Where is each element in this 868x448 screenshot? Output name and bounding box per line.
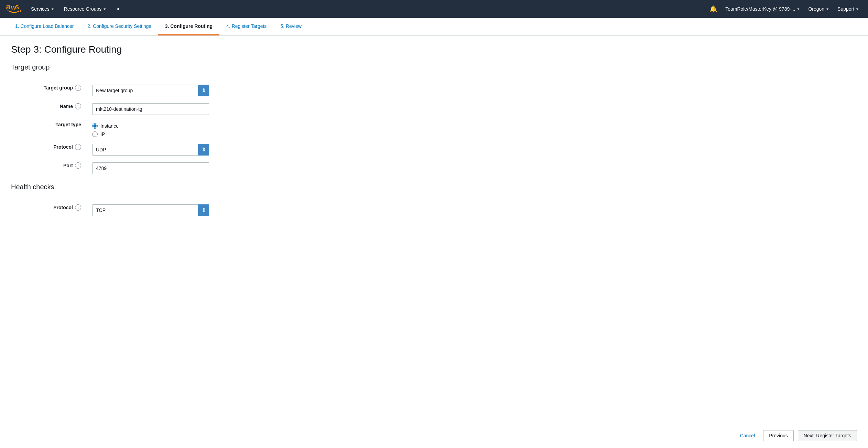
region-chevron-icon: ▼ <box>826 7 829 11</box>
port-input[interactable] <box>92 162 209 174</box>
tab-review[interactable]: 5. Review <box>273 18 308 35</box>
health-checks-form: Protocol i TCP HTTP HTTPS ⇕ <box>11 201 470 220</box>
target-group-select[interactable]: New target group Existing target group <box>92 85 209 96</box>
port-label: Port i <box>63 162 81 169</box>
region-menu[interactable]: Oregon ▼ <box>805 6 833 12</box>
target-group-row: Target group i New target group Existing… <box>11 81 470 100</box>
support-chevron-icon: ▼ <box>856 7 859 11</box>
port-info-icon[interactable]: i <box>75 162 81 169</box>
name-info-icon[interactable]: i <box>75 103 81 109</box>
services-menu[interactable]: Services ▼ <box>28 6 58 12</box>
target-group-info-icon[interactable]: i <box>75 85 81 91</box>
target-type-label: Target type <box>56 122 81 127</box>
services-chevron-icon: ▼ <box>51 7 54 11</box>
pin-button[interactable]: ✦ <box>112 6 124 12</box>
tab-configure-routing[interactable]: 3. Configure Routing <box>158 18 219 35</box>
support-menu[interactable]: Support ▼ <box>834 6 862 12</box>
target-group-label: Target group i <box>44 85 81 91</box>
tab-configure-load-balancer[interactable]: 1. Configure Load Balancer <box>8 18 80 35</box>
aws-logo[interactable] <box>6 4 22 14</box>
health-protocol-select[interactable]: TCP HTTP HTTPS <box>92 204 209 216</box>
protocol-info-icon[interactable]: i <box>75 144 81 150</box>
account-label: TeamRole/MasterKey @ 9789-... <box>725 6 795 12</box>
target-type-instance-label[interactable]: Instance <box>92 123 465 129</box>
health-protocol-info-icon[interactable]: i <box>75 204 81 211</box>
health-protocol-row: Protocol i TCP HTTP HTTPS ⇕ <box>11 201 470 220</box>
target-group-form: Target group i New target group Existing… <box>11 81 470 178</box>
name-row: Name i <box>11 100 470 118</box>
wizard-tabs: 1. Configure Load Balancer 2. Configure … <box>0 18 868 36</box>
target-group-select-wrapper: New target group Existing target group ⇕ <box>92 85 209 96</box>
health-checks-section-title: Health checks <box>11 183 470 191</box>
health-checks-divider <box>11 194 470 194</box>
tab-configure-security-settings[interactable]: 2. Configure Security Settings <box>80 18 158 35</box>
notifications-bell-icon[interactable]: 🔔 <box>706 5 720 13</box>
target-group-section-title: Target group <box>11 63 470 71</box>
account-menu[interactable]: TeamRole/MasterKey @ 9789-... ▼ <box>722 6 803 12</box>
target-type-radio-group: Instance IP <box>92 122 465 137</box>
navbar: Services ▼ Resource Groups ▼ ✦ 🔔 TeamRol… <box>0 0 868 18</box>
support-label: Support <box>837 6 854 12</box>
protocol-row: Protocol i UDP TCP TLS ⇕ <box>11 140 470 159</box>
resource-groups-menu[interactable]: Resource Groups ▼ <box>61 6 110 12</box>
resource-groups-label: Resource Groups <box>64 6 102 12</box>
account-chevron-icon: ▼ <box>797 7 800 11</box>
health-protocol-select-wrapper: TCP HTTP HTTPS ⇕ <box>92 204 209 216</box>
protocol-select-wrapper: UDP TCP TLS ⇕ <box>92 144 209 156</box>
page-content: Step 3: Configure Routing Target group T… <box>0 36 481 231</box>
target-type-ip-radio[interactable] <box>92 131 98 137</box>
target-type-instance-radio[interactable] <box>92 123 98 129</box>
target-type-ip-label[interactable]: IP <box>92 131 465 137</box>
region-label: Oregon <box>808 6 824 12</box>
tab-register-targets[interactable]: 4. Register Targets <box>219 18 273 35</box>
protocol-select[interactable]: UDP TCP TLS <box>92 144 209 156</box>
port-row: Port i <box>11 159 470 178</box>
services-label: Services <box>31 6 50 12</box>
page-title: Step 3: Configure Routing <box>11 44 470 55</box>
resource-groups-chevron-icon: ▼ <box>103 7 106 11</box>
target-type-row: Target type Instance IP <box>11 118 470 140</box>
protocol-label: Protocol i <box>53 144 81 150</box>
name-input[interactable] <box>92 103 209 115</box>
health-protocol-label: Protocol i <box>53 204 81 211</box>
target-group-divider <box>11 74 470 74</box>
name-label: Name i <box>60 103 81 109</box>
